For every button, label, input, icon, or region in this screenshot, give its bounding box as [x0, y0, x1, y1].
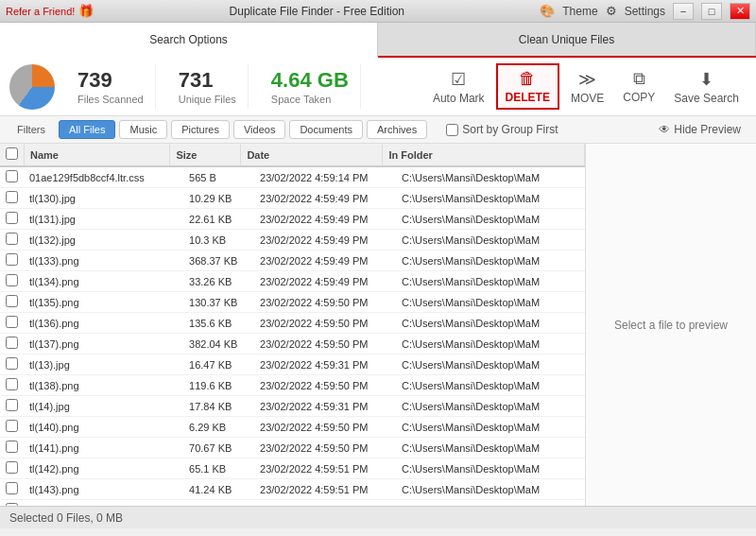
filter-documents[interactable]: Documents	[289, 120, 363, 139]
row-name: tl(141).png	[24, 438, 183, 458]
filter-music[interactable]: Music	[119, 120, 167, 139]
col-header-size[interactable]: Size	[170, 144, 241, 166]
sort-by-group-label[interactable]: Sort by Group First	[446, 123, 558, 136]
filter-archives[interactable]: Archives	[367, 120, 427, 139]
row-checkbox[interactable]	[0, 375, 24, 396]
row-checkbox[interactable]	[0, 396, 24, 417]
space-taken-label: Space Taken	[271, 94, 349, 105]
save-search-button[interactable]: ⬇ Save Search	[666, 65, 747, 109]
filter-pictures[interactable]: Pictures	[171, 120, 230, 139]
row-folder: C:\Users\Mansi\Desktop\MaM	[396, 334, 585, 354]
tab-search-options[interactable]: Search Options	[0, 23, 378, 58]
table-row[interactable]: 01ae129f5db8ccf4.ltr.css 565 B 23/02/202…	[0, 167, 585, 188]
row-date: 23/02/2022 4:59:50 PM	[254, 417, 396, 438]
row-name: tl(131).jpg	[24, 209, 183, 230]
tab-clean-unique[interactable]: Clean Unique Files	[378, 23, 756, 56]
file-list-scroll[interactable]: 01ae129f5db8ccf4.ltr.css 565 B 23/02/202…	[0, 167, 585, 506]
table-row[interactable]: tl(141).png 70.67 KB 23/02/2022 4:59:50 …	[0, 438, 585, 458]
titlebar-controls: 🎨 Theme ⚙ Settings − □ ✕	[540, 3, 750, 20]
row-size: 139.39 KB	[183, 500, 254, 507]
copy-icon: ⧉	[633, 69, 645, 89]
row-checkbox[interactable]	[0, 167, 24, 188]
row-checkbox[interactable]	[0, 313, 24, 334]
row-folder: C:\Users\Mansi\Desktop\MaM	[396, 188, 585, 209]
row-name: tl(13).jpg	[24, 354, 183, 375]
col-header-name[interactable]: Name	[25, 144, 170, 166]
refer-friend-link[interactable]: Refer a Friend!	[6, 6, 75, 17]
pie-chart	[9, 64, 55, 110]
row-date: 23/02/2022 4:59:49 PM	[254, 271, 396, 292]
table-row[interactable]: tl(130).jpg 10.29 KB 23/02/2022 4:59:49 …	[0, 188, 585, 209]
sort-by-group-checkbox[interactable]	[446, 124, 458, 136]
space-taken-stat: 4.64 GB Space Taken	[260, 64, 361, 108]
delete-button[interactable]: 🗑 DELETE	[496, 63, 559, 110]
row-size: 565 B	[183, 167, 254, 188]
filter-all-files[interactable]: All Files	[59, 120, 116, 139]
row-checkbox[interactable]	[0, 354, 24, 375]
row-date: 23/02/2022 4:59:31 PM	[254, 354, 396, 375]
table-row[interactable]: tl(138).png 119.6 KB 23/02/2022 4:59:50 …	[0, 375, 585, 396]
row-date: 23/02/2022 4:59:50 PM	[254, 375, 396, 396]
maximize-button[interactable]: □	[701, 3, 722, 20]
content-area: Name Size Date In Folder 01ae129f5db8ccf…	[0, 144, 756, 506]
eye-icon: 👁	[659, 123, 670, 136]
table-row[interactable]: tl(131).jpg 22.61 KB 23/02/2022 4:59:49 …	[0, 209, 585, 230]
table-row[interactable]: tl(13).jpg 16.47 KB 23/02/2022 4:59:31 P…	[0, 354, 585, 375]
row-checkbox[interactable]	[0, 458, 24, 479]
row-folder: C:\Users\Mansi\Desktop\MaM	[396, 209, 585, 230]
table-row[interactable]: tl(135).png 130.37 KB 23/02/2022 4:59:50…	[0, 292, 585, 313]
table-row[interactable]: tl(137).png 382.04 KB 23/02/2022 4:59:50…	[0, 334, 585, 354]
col-header-folder[interactable]: In Folder	[383, 144, 585, 166]
row-date: 23/02/2022 4:59:50 PM	[254, 313, 396, 334]
row-checkbox[interactable]	[0, 417, 24, 438]
copy-button[interactable]: ⧉ COPY	[615, 65, 662, 108]
hide-preview-button[interactable]: 👁 Hide Preview	[651, 120, 748, 139]
status-text: Selected 0 Files, 0 MB	[9, 511, 123, 525]
unique-files-label: Unique Files	[179, 94, 236, 105]
auto-mark-button[interactable]: ☑ Auto Mark	[425, 65, 492, 109]
select-all-checkbox[interactable]	[6, 147, 18, 160]
table-row[interactable]: tl(143).png 41.24 KB 23/02/2022 4:59:51 …	[0, 479, 585, 500]
row-checkbox[interactable]	[0, 209, 24, 230]
close-button[interactable]: ✕	[730, 3, 750, 20]
row-checkbox[interactable]	[0, 271, 24, 292]
table-row[interactable]: tl(133).png 368.37 KB 23/02/2022 4:59:49…	[0, 251, 585, 271]
row-checkbox[interactable]	[0, 438, 24, 458]
row-name: tl(133).png	[24, 251, 183, 271]
row-folder: C:\Users\Mansi\Desktop\MaM	[396, 354, 585, 375]
theme-label[interactable]: Theme	[562, 5, 597, 18]
table-row[interactable]: tl(140).png 6.29 KB 23/02/2022 4:59:50 P…	[0, 417, 585, 438]
move-button[interactable]: ≫ MOVE	[563, 65, 611, 109]
row-checkbox[interactable]	[0, 500, 24, 507]
row-date: 23/02/2022 4:59:50 PM	[254, 292, 396, 313]
minimize-button[interactable]: −	[673, 3, 694, 20]
table-row[interactable]: tl(14).jpg 17.84 KB 23/02/2022 4:59:31 P…	[0, 396, 585, 417]
table-row[interactable]: tl(132).jpg 10.3 KB 23/02/2022 4:59:49 P…	[0, 230, 585, 251]
row-folder: C:\Users\Mansi\Desktop\MaM	[396, 458, 585, 479]
row-checkbox[interactable]	[0, 479, 24, 500]
sort-group: Sort by Group First	[446, 123, 558, 136]
filters-label: Filters	[8, 121, 55, 138]
row-folder: C:\Users\Mansi\Desktop\MaM	[396, 230, 585, 251]
col-header-date[interactable]: Date	[241, 144, 383, 166]
row-checkbox[interactable]	[0, 230, 24, 251]
table-row[interactable]: tl(136).png 135.6 KB 23/02/2022 4:59:50 …	[0, 313, 585, 334]
settings-icon: ⚙	[606, 4, 617, 18]
row-folder: C:\Users\Mansi\Desktop\MaM	[396, 375, 585, 396]
app-title: Duplicate File Finder - Free Edition	[94, 5, 540, 18]
row-checkbox[interactable]	[0, 292, 24, 313]
row-checkbox[interactable]	[0, 251, 24, 271]
row-date: 23/02/2022 4:59:14 PM	[254, 167, 396, 188]
row-size: 130.37 KB	[183, 292, 254, 313]
row-name: tl(144).png	[24, 500, 183, 507]
row-checkbox[interactable]	[0, 334, 24, 354]
settings-label[interactable]: Settings	[625, 5, 665, 18]
titlebar: Refer a Friend! 🎁 Duplicate File Finder …	[0, 0, 756, 23]
table-row[interactable]: tl(144).png 139.39 KB 23/02/2022 4:59:51…	[0, 500, 585, 507]
row-checkbox[interactable]	[0, 188, 24, 209]
row-folder: C:\Users\Mansi\Desktop\MaM	[396, 271, 585, 292]
filter-videos[interactable]: Videos	[233, 120, 285, 139]
row-size: 33.26 KB	[183, 271, 254, 292]
table-row[interactable]: tl(142).png 65.1 KB 23/02/2022 4:59:51 P…	[0, 458, 585, 479]
table-row[interactable]: tl(134).png 33.26 KB 23/02/2022 4:59:49 …	[0, 271, 585, 292]
